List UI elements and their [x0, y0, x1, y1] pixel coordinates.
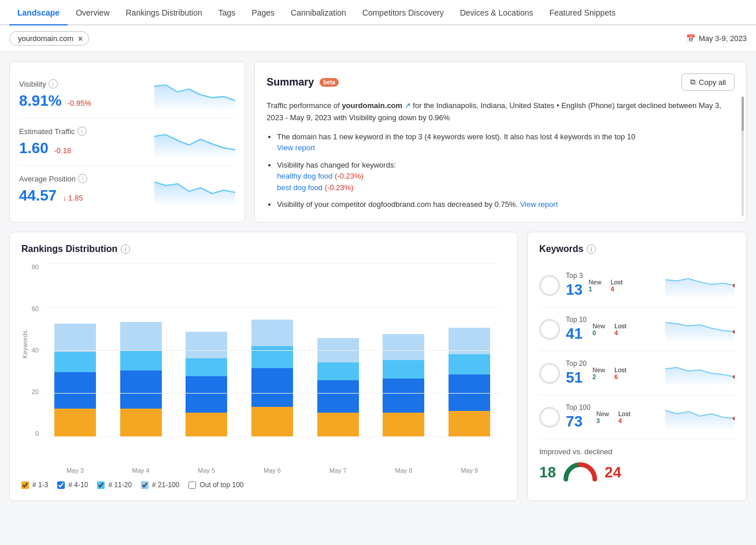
x-label-may3: May 3	[45, 467, 106, 474]
legend-out-top-100-checkbox[interactable]	[188, 481, 196, 489]
kw-top3-sparkline	[665, 274, 735, 297]
chart-bars	[21, 264, 506, 437]
legend-out-top-100-label: Out of top 100	[199, 481, 243, 489]
y-label-80: 80	[21, 264, 39, 270]
bar-seg-top1_3	[449, 411, 490, 438]
visibility-info-icon[interactable]: i	[49, 79, 58, 88]
kw-top100-new-value: 3	[596, 417, 609, 424]
kw-top3-lost: Lost 4	[610, 279, 622, 292]
keywords-top100: Top 100 73 New 3 Lost 4	[539, 395, 735, 439]
kw-top20-new: New 2	[592, 366, 605, 380]
summary-title-text: Summary	[266, 76, 314, 88]
kw-top10-lost-value: 4	[614, 329, 627, 336]
kw-top20-lost-label: Lost	[614, 366, 627, 373]
kw-top10-new-value: 0	[592, 329, 605, 336]
visibility-change: -0.95%	[68, 99, 91, 107]
x-label-may7: May 7	[307, 467, 369, 474]
main-nav: Landscape Overview Rankings Distribution…	[0, 0, 756, 25]
legend-4-10-checkbox[interactable]	[57, 481, 65, 489]
kw-top100-new-lost: New 3 Lost 4	[596, 410, 631, 424]
nav-tags[interactable]: Tags	[210, 0, 244, 25]
legend-1-3[interactable]: # 1-3	[21, 481, 48, 489]
bar-seg-top4_10	[251, 368, 293, 407]
bar-group-4	[307, 338, 369, 438]
improved-value: 18	[539, 464, 556, 481]
bar-stack-6	[449, 328, 490, 437]
legend-11-20-checkbox[interactable]	[97, 481, 105, 489]
bar-stack-0	[54, 324, 96, 437]
estimated-traffic-label: Estimated Traffic	[19, 127, 75, 136]
kw-top10-label: Top 10	[566, 316, 587, 324]
kw-top20-sparkline-container	[665, 362, 735, 385]
rankings-info-icon[interactable]: i	[121, 244, 130, 254]
domain-link[interactable]: ↗	[405, 101, 411, 110]
y-axis-label: Keywords	[21, 331, 28, 358]
kw-top20-new-value: 2	[592, 373, 605, 380]
kw-top100-sparkline-container	[665, 406, 735, 429]
date-range[interactable]: 📅 May 3-9, 2023	[686, 34, 747, 43]
bar-seg-top21_100	[120, 322, 162, 350]
kw-top3-label: Top 3	[566, 272, 583, 280]
bar-seg-top21_100	[186, 332, 227, 358]
bar-seg-top4_10	[449, 375, 490, 411]
summary-bullet-1: The domain has 1 new keyword in the top …	[277, 131, 735, 154]
kw-top100-new-label: New	[596, 410, 609, 417]
nav-featured-snippets[interactable]: Featured Snippets	[541, 0, 623, 25]
kw-top100-sparkline	[665, 406, 735, 429]
keyword-link-best[interactable]: best dog food	[277, 183, 323, 192]
legend-21-100[interactable]: # 21-100	[141, 481, 179, 489]
average-position-info-icon[interactable]: i	[78, 174, 87, 183]
y-label-20: 20	[21, 388, 39, 395]
x-label-may8: May 8	[373, 467, 435, 474]
copy-all-button[interactable]: ⧉ Copy all	[681, 73, 735, 91]
bar-seg-top11_20	[317, 362, 359, 381]
keyword-link-healthy[interactable]: healthy dog food	[277, 172, 332, 180]
nav-competitors-discovery[interactable]: Competitors Discovery	[354, 0, 452, 25]
top-row: Visibility i 8.91% -0.95%	[9, 61, 747, 223]
beta-badge: beta	[320, 78, 339, 87]
nav-landscape[interactable]: Landscape	[9, 0, 68, 25]
legend-out-top-100[interactable]: Out of top 100	[188, 481, 243, 489]
legend-21-100-checkbox[interactable]	[141, 481, 149, 489]
remove-domain-button[interactable]: ×	[78, 35, 83, 43]
view-report-link-1[interactable]: View report	[277, 143, 315, 152]
date-range-label: May 3-9, 2023	[699, 34, 747, 43]
domain-filter[interactable]: yourdomain.com ×	[9, 31, 89, 46]
view-report-link-2[interactable]: View report	[520, 200, 558, 209]
legend-1-3-checkbox[interactable]	[21, 481, 29, 489]
nav-overview[interactable]: Overview	[68, 0, 117, 25]
copy-icon: ⧉	[690, 77, 695, 87]
nav-pages[interactable]: Pages	[243, 0, 283, 25]
legend-21-100-label: # 21-100	[152, 481, 179, 489]
summary-scrollbar	[742, 97, 744, 216]
bar-group-6	[439, 328, 500, 437]
rankings-distribution-title: Rankings Distribution i	[21, 244, 506, 254]
summary-panel: Summary beta ⧉ Copy all Traffic performa…	[254, 61, 747, 223]
nav-devices-locations[interactable]: Devices & Locations	[452, 0, 542, 25]
estimated-traffic-info-icon[interactable]: i	[77, 127, 87, 136]
kw-top3-sparkline-container	[665, 274, 735, 297]
estimated-traffic-change: -0.18	[54, 146, 72, 155]
legend-11-20[interactable]: # 11-20	[97, 481, 132, 489]
keyword-change-healthy: (-0.23%)	[335, 172, 364, 180]
nav-rankings-distribution[interactable]: Rankings Distribution	[118, 0, 210, 25]
bar-group-2	[176, 332, 237, 437]
bar-group-1	[110, 322, 172, 438]
bar-seg-top21_100	[449, 328, 490, 354]
keywords-top3: Top 3 13 New 1 Lost 4	[539, 264, 735, 307]
summary-intro: Traffic performance of yourdomain.com ↗ …	[266, 100, 735, 124]
summary-bullets: The domain has 1 new keyword in the top …	[266, 131, 735, 210]
domain-label: yourdomain.com	[18, 34, 73, 43]
kw-top100-new: New 3	[596, 410, 609, 424]
average-position-label: Average Position	[19, 175, 76, 183]
bar-seg-top21_100	[383, 334, 424, 361]
bar-seg-top4_10	[186, 376, 227, 413]
nav-cannibalization[interactable]: Cannibalization	[283, 0, 354, 25]
keywords-info-icon[interactable]: i	[587, 244, 596, 254]
average-position-change: ↓ 1.85	[62, 194, 83, 202]
declined-value: 24	[605, 464, 621, 481]
main-content: Visibility i 8.91% -0.95%	[0, 52, 756, 510]
summary-bullet-2: Visibility has changed for keywords: hea…	[277, 160, 735, 194]
kw-top100-lost-value: 4	[618, 417, 631, 424]
legend-4-10[interactable]: # 4-10	[57, 481, 88, 489]
